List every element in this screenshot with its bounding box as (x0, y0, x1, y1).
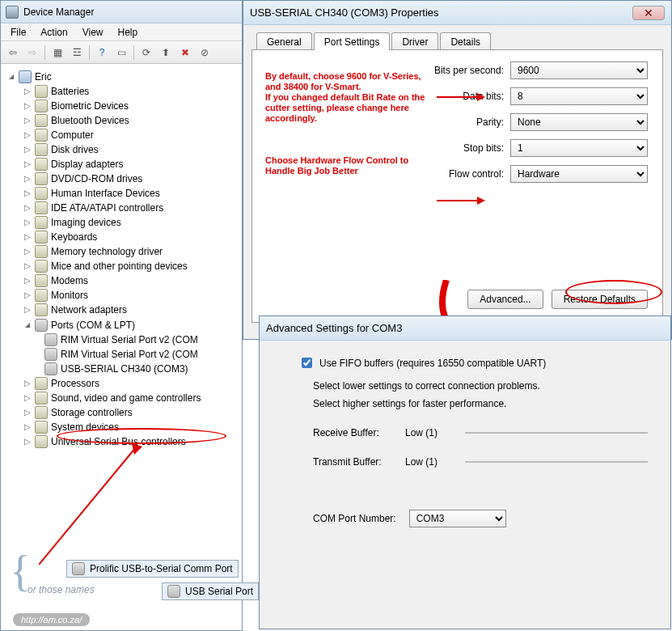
tree-port-child-2[interactable]: USB-SERIAL CH340 (COM3) (43, 362, 239, 376)
annotation-flowcontrol: Choose Hardware Flow Control to Handle B… (265, 155, 427, 176)
tb-scan-icon[interactable]: ⟳ (137, 44, 155, 61)
tree-item-b8[interactable]: IDE ATA/ATAPI controllers (22, 201, 239, 215)
adv-text-higher: Select higher settings for faster perfor… (313, 398, 648, 409)
tree-item-label: RIM Virtual Serial Port v2 (COM (61, 332, 198, 347)
tab-driver[interactable]: Driver (391, 32, 438, 50)
tree-item-b12[interactable]: Mice and other pointing devices (22, 259, 239, 273)
recv-buffer-slider[interactable] (465, 432, 648, 434)
fifo-checkbox[interactable] (302, 358, 312, 368)
tb-update-icon[interactable]: ⬆ (157, 44, 175, 61)
tree-item-a3[interactable]: System devices (22, 420, 239, 434)
brace-icon: { (10, 555, 31, 587)
flowcontrol-label: Flow control: (449, 168, 504, 180)
tree-item-label: Universal Serial Bus controllers (51, 434, 186, 449)
tree-item-label: Keyboards (51, 230, 97, 244)
bps-select[interactable]: 9600 (510, 61, 648, 79)
device-icon (35, 85, 48, 98)
xmit-buffer-low: Low (1) (405, 456, 454, 468)
ports-icon (35, 319, 48, 332)
tree-ports[interactable]: Ports (COM & LPT) (22, 317, 239, 332)
tb-help-icon[interactable]: ? (93, 44, 111, 61)
tb-disable-icon[interactable]: ⊘ (196, 44, 213, 61)
menu-view[interactable]: View (76, 25, 110, 40)
tree-item-b9[interactable]: Imaging devices (22, 215, 239, 230)
adv-text-lower: Select lower settings to correct connect… (313, 380, 648, 392)
stopbits-select[interactable]: 1 (510, 139, 648, 157)
tree-item-b1[interactable]: Biometric Devices (22, 99, 239, 113)
tb-prop-icon[interactable]: ▭ (112, 44, 130, 61)
device-icon (35, 260, 48, 273)
device-icon (35, 435, 48, 448)
device-icon (35, 143, 48, 156)
tab-strip: General Port Settings Driver Details (243, 25, 671, 49)
tree-item-label: Imaging devices (51, 215, 121, 230)
tree-item-b4[interactable]: Disk drives (22, 142, 239, 157)
dm-menubar: File Action View Help (1, 23, 242, 41)
tb-uninstall-icon[interactable]: ✖ (176, 44, 194, 61)
tree-item-b2[interactable]: Bluetooth Devices (22, 113, 239, 128)
tree-item-b10[interactable]: Keyboards (22, 230, 239, 244)
databits-select[interactable]: 8 (510, 87, 648, 105)
tree-item-label: Mice and other pointing devices (51, 259, 188, 273)
menu-action[interactable]: Action (34, 25, 74, 40)
recv-buffer-label: Receive Buffer: (313, 427, 394, 438)
tree-item-label: DVD/CD-ROM drives (51, 172, 142, 186)
tab-port-settings[interactable]: Port Settings (314, 32, 391, 50)
tree-item-a4[interactable]: Universal Serial Bus controllers (22, 434, 239, 449)
advanced-button[interactable]: Advanced... (467, 290, 543, 309)
xmit-buffer-slider[interactable] (465, 461, 648, 463)
tree-item-b7[interactable]: Human Interface Devices (22, 186, 239, 201)
tree-item-label: Disk drives (51, 142, 99, 157)
tree-item-label: RIM Virtual Serial Port v2 (COM (61, 347, 198, 362)
tab-details[interactable]: Details (440, 32, 491, 50)
tree-item-a1[interactable]: Sound, video and game controllers (22, 391, 239, 405)
tree-item-b14[interactable]: Monitors (22, 288, 239, 303)
tree-item-b0[interactable]: Batteries (22, 84, 239, 99)
advanced-settings-dialog: Advanced Settings for COM3 Use FIFO buff… (259, 316, 671, 629)
parity-select[interactable]: None (510, 113, 648, 131)
databits-label: Data bits: (463, 91, 504, 102)
device-icon (35, 216, 48, 229)
tree-item-label: Processors (51, 376, 99, 391)
restore-defaults-button[interactable]: Restore Defaults (552, 290, 648, 309)
tree-item-b3[interactable]: Computer (22, 128, 239, 142)
tree-item-label: Computer (51, 128, 94, 142)
device-icon (35, 172, 48, 185)
dm-toolbar: ⇦ ⇨ ▦ ☲ ? ▭ ⟳ ⬆ ✖ ⊘ (1, 41, 242, 64)
port-icon (72, 562, 85, 575)
comport-select[interactable]: COM3 (409, 510, 506, 527)
source-url: http://am.co.za/ (13, 613, 90, 626)
tree-item-b11[interactable]: Memory technology driver (22, 244, 239, 259)
tb-tree-icon[interactable]: ☲ (68, 44, 86, 61)
flowcontrol-select[interactable]: Hardware (510, 165, 648, 183)
tree-item-b15[interactable]: Network adapters (22, 303, 239, 317)
tree-port-child-1[interactable]: RIM Virtual Serial Port v2 (COM (43, 347, 239, 362)
tree-item-label: Human Interface Devices (51, 186, 160, 201)
tree-item-b13[interactable]: Modems (22, 273, 239, 288)
device-icon (35, 274, 48, 287)
tab-general[interactable]: General (256, 32, 312, 50)
tb-grid-icon[interactable]: ▦ (49, 44, 66, 61)
tree-item-a2[interactable]: Storage controllers (22, 405, 239, 420)
tree-port-child-0[interactable]: RIM Virtual Serial Port v2 (COM (43, 332, 239, 347)
comport-label: COM Port Number: (313, 513, 396, 524)
tree-item-label: Memory technology driver (51, 244, 163, 259)
device-icon (35, 231, 48, 244)
parity-label: Parity: (476, 116, 504, 128)
device-icon (35, 201, 48, 214)
tree-item-a0[interactable]: Processors (22, 376, 239, 391)
menu-help[interactable]: Help (112, 25, 145, 40)
tree-item-label: Network adapters (51, 303, 127, 317)
tree-item-label: Sound, video and game controllers (51, 391, 201, 405)
bps-label: Bits per second: (434, 65, 504, 76)
tree-item-label: USB-SERIAL CH340 (COM3) (61, 362, 188, 376)
tb-back-icon[interactable]: ⇦ (4, 44, 22, 61)
tree-item-b5[interactable]: Display adapters (22, 157, 239, 172)
menu-file[interactable]: File (4, 25, 32, 40)
tree-root[interactable]: Eric (6, 69, 239, 84)
tree-item-b6[interactable]: DVD/CD-ROM drives (22, 172, 239, 186)
tree-item-label: Storage controllers (51, 405, 133, 420)
port-icon (44, 333, 57, 346)
adv-title: Advanced Settings for COM3 (266, 322, 402, 334)
close-icon[interactable]: ✕ (632, 6, 665, 20)
